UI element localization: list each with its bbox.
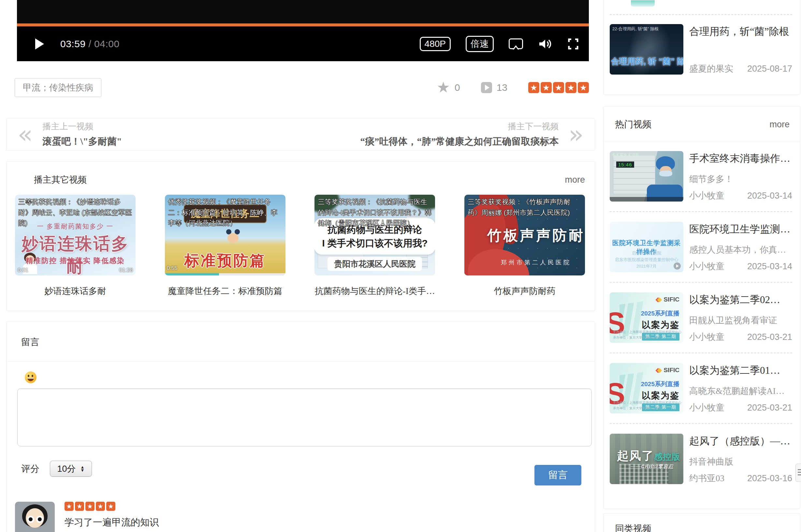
star-icon	[96, 502, 105, 511]
play-count: 13	[497, 82, 507, 93]
star-icon[interactable]	[578, 82, 589, 93]
video-title[interactable]: 妙语连珠话多耐	[15, 285, 135, 297]
thumb-subtitle: 精准防控 措施落实 降低感染	[15, 256, 135, 266]
video-title[interactable]: 竹板声声防耐药	[465, 285, 585, 297]
volume-icon[interactable]	[538, 38, 552, 50]
hot-video-item[interactable]: S ◆◆ SIFIC 2025系列直播 以案为鉴 第二季 第一期 主办单位：上海…	[610, 353, 792, 424]
timestamp: 0:01	[18, 267, 28, 273]
digital-clock: 15:46	[616, 162, 634, 168]
video-title[interactable]: 抗菌药物与医生的辩论-I类手…	[314, 285, 435, 297]
star-icon[interactable]	[528, 82, 539, 93]
current-time: 03:59	[60, 38, 86, 49]
time-display: 03:59 / 04:00	[60, 38, 120, 50]
thumb-caption: 优秀奖获奖视频：《魔童降世任务二：标准预防篇》时培英、陈峥、李李等（河北燕达医院…	[168, 197, 282, 229]
video-title: 合理用药，斩“菌”除根	[689, 25, 792, 38]
hot-video-item[interactable]: 起风了感控版 ——CRBSI零容忍 起风了（感控版）—… 抖音神曲版 约书亚03…	[610, 424, 792, 494]
video-thumbnail: 三等奖获奖视频：《妙语连珠话多耐》周峻云、李亚晗 (东部战区空军医院) 一 多重…	[15, 195, 135, 276]
other-video-card[interactable]: 三等奖获奖视频：《妙语连珠话多耐》周峻云、李亚晗 (东部战区空军医院) 一 多重…	[15, 195, 135, 297]
other-video-card[interactable]: 魔童降世任务二 优秀奖获奖视频：《魔童降世任务二：标准预防篇》时培英、陈峥、李李…	[165, 195, 286, 297]
comment-textarea[interactable]	[17, 388, 592, 446]
quality-button[interactable]: 480P	[420, 37, 451, 51]
video-title: 医院环境卫生学监测…	[689, 222, 792, 236]
video-author: 盛夏的果实	[689, 63, 733, 75]
video-player: 03:59 / 04:00 480P 倍速	[17, 0, 589, 61]
sific-logo: SIFIC	[663, 296, 679, 303]
emoji-picker-icon[interactable]	[25, 372, 36, 383]
thumb-footer: 郑州市第二人民医院	[490, 259, 582, 266]
video-thumbnail: 魔童降世任务二 优秀奖获奖视频：《魔童降世任务二：标准预防篇》时培英、陈峥、李李…	[165, 195, 286, 276]
dashed-divider	[610, 14, 792, 15]
video-meta-row: 甲流；传染性疾病 0 13	[15, 78, 589, 97]
scroll-widget[interactable]	[796, 463, 801, 482]
thumb-caption: 三等奖获奖视频：《竹板声声防耐药》周丽娜 (郑州市第二人民医院)	[468, 197, 582, 218]
video-desc: 田靓从卫监视角看审证	[689, 315, 792, 326]
player-controls: 03:59 / 04:00 480P 倍速	[17, 26, 589, 61]
seek-bar-fill	[17, 23, 589, 26]
chevron-left-icon: «	[18, 124, 33, 145]
thumb-corner-text: 22-合理用药, 斩“菌” 除根	[612, 26, 659, 32]
comments-title: 留言	[6, 322, 595, 348]
favorite-star-icon[interactable]	[437, 80, 450, 95]
video-title: 以案为鉴第二季02…	[689, 293, 792, 307]
video-thumbnail: 三等奖获奖视频：《竹板声声防耐药》周丽娜 (郑州市第二人民医院) 竹板声声防耐药…	[465, 195, 585, 276]
cast-icon[interactable]	[509, 38, 523, 49]
thumb-progress-bar	[165, 273, 286, 276]
video-thumbnail: 起风了感控版 ——CRBSI零容忍	[610, 434, 684, 484]
star-icon[interactable]	[553, 82, 564, 93]
speed-button[interactable]: 倍速	[466, 36, 494, 52]
more-link[interactable]: more	[769, 119, 789, 130]
video-desc: 高晓东&范鹏超解读AI应用	[689, 385, 792, 397]
prev-next-nav: « 播主上一视频 滚蛋吧！\"多耐菌" 播主下一视频 “痰”吐得体，“肺”常健康…	[6, 118, 595, 151]
thumb-caption: 三等奖获奖视频：《抗菌药物与医生的辩论-I类手术切口该不该用我？》韩健梅（贵阳市…	[318, 197, 432, 229]
next-video-label: 播主下一视频	[360, 121, 559, 132]
more-link[interactable]: more	[565, 175, 585, 185]
thumb-caption: 三等奖获奖视频：《妙语连珠话多耐》周峻云、李亚晗 (东部战区空军医院)	[18, 197, 132, 229]
video-author: 小小牧童	[689, 190, 724, 202]
seek-bar[interactable]	[17, 23, 589, 26]
other-video-card[interactable]: 三等奖获奖视频：《抗菌药物与医生的辩论-I类手术切口该不该用我？》韩健梅（贵阳市…	[314, 195, 435, 297]
hot-video-item[interactable]: S ◆◆ SIFIC 2025系列直播 以案为鉴 第二季 第二期 主办单位：上海…	[610, 283, 792, 353]
hot-videos-section: 热门视频 more 手术室终末消毒 15:46 手术室终末消毒操作… 细节多多！…	[603, 106, 800, 509]
next-video-link[interactable]: 播主下一视频 “痰”吐得体，“肺”常健康之如何正确留取痰标本 »	[360, 121, 584, 148]
prev-video-link[interactable]: « 播主上一视频 滚蛋吧！\"多耐菌"	[18, 121, 122, 148]
play-icon[interactable]	[35, 38, 44, 50]
video-author: 小小牧童	[689, 402, 724, 414]
hot-video-item[interactable]: 医院环境卫生学监测采样操作 启东市人民医院 启东市医院感染管理质量控制中心 20…	[610, 212, 792, 283]
prev-video-label: 播主上一视频	[43, 121, 122, 132]
video-frame[interactable]	[17, 0, 589, 23]
comment-text: 学习了一遍甲流的知识	[65, 516, 159, 529]
video-thumbnail: 22-合理用药, 斩“菌” 除根 合理用药, 斩 “菌” 除根	[610, 24, 684, 75]
thumb-heading: 竹板声声防耐药	[487, 226, 582, 245]
prev-video-title: 滚蛋吧！\"多耐菌"	[43, 135, 122, 148]
other-video-card[interactable]: 三等奖获奖视频：《竹板声声防耐药》周丽娜 (郑州市第二人民医院) 竹板声声防耐药…	[465, 195, 585, 297]
star-icon[interactable]	[565, 82, 577, 93]
video-title[interactable]: 魔童降世任务二：标准预防篇	[165, 285, 286, 297]
video-tag[interactable]: 甲流；传染性疾病	[15, 78, 101, 97]
rating-select[interactable]: 10分 ▲▼	[50, 461, 92, 477]
related-videos-section: 同类视频	[603, 513, 800, 532]
sidebar-video-item[interactable]: 22-合理用药, 斩“菌” 除根 合理用药, 斩 “菌” 除根 合理用药，斩“菌…	[610, 24, 792, 75]
section-title: 同类视频	[615, 522, 651, 532]
comment-rating	[65, 502, 159, 511]
play-badge-icon	[674, 262, 681, 270]
video-date: 2025-03-14	[747, 262, 792, 271]
fullscreen-icon[interactable]	[567, 38, 579, 50]
submit-comment-button[interactable]: 留言	[534, 465, 581, 486]
next-video-title: “痰”吐得体，“肺”常健康之如何正确留取痰标本	[360, 135, 559, 148]
select-arrows-icon: ▲▼	[80, 466, 85, 472]
star-icon[interactable]	[541, 82, 552, 93]
favorite-count: 0	[455, 82, 460, 93]
comment-entry: 学习了一遍甲流的知识	[15, 502, 159, 532]
video-date: 2025-03-14	[747, 191, 792, 201]
video-desc: 细节多多！	[689, 173, 792, 185]
video-thumbnail: 三等奖获奖视频：《抗菌药物与医生的辩论-I类手术切口该不该用我？》韩健梅（贵阳市…	[314, 195, 435, 276]
sific-logo: SIFIC	[663, 367, 679, 374]
hot-video-item[interactable]: 手术室终末消毒 15:46 手术室终末消毒操作… 细节多多！ 小小牧童 2025…	[610, 141, 792, 212]
video-title: 起风了（感控版）—…	[689, 434, 792, 448]
video-thumbnail: S ◆◆ SIFIC 2025系列直播 以案为鉴 第二季 第一期 主办单位：上海…	[610, 363, 684, 414]
section-title: 播主其它视频	[34, 174, 87, 186]
timestamp: 01:28	[119, 267, 133, 273]
uploader-other-videos-section: 播主其它视频 more 三等奖获奖视频：《妙语连珠话多耐》周峻云、李亚晗 (东部…	[6, 161, 595, 311]
video-author: 小小牧童	[689, 261, 724, 272]
video-author: 小小牧童	[689, 331, 724, 343]
